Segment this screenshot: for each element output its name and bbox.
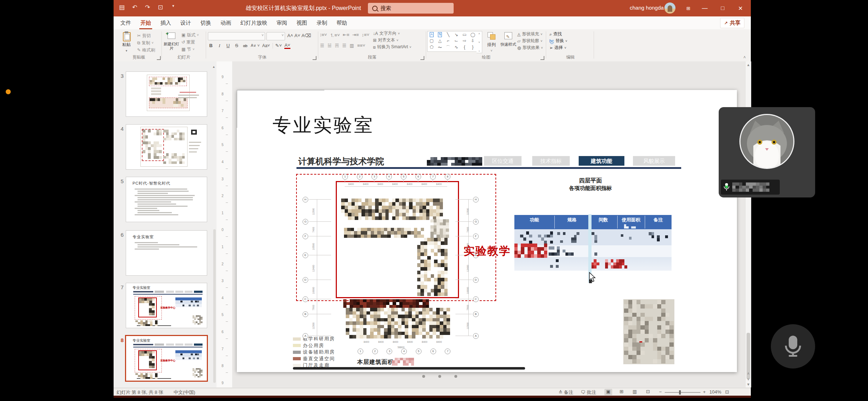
ribbon-tab-幻灯片放映[interactable]: 幻灯片放映 [236,16,272,29]
ribbon-tab-帮助[interactable]: 帮助 [332,16,352,29]
align-left-icon[interactable]: ☰ [320,43,324,48]
cut-button[interactable]: ✂剪切 [137,32,155,39]
drawing-dialog-launcher[interactable] [540,56,544,60]
ribbon-tab-录制[interactable]: 录制 [312,16,332,29]
select-button[interactable]: ➢选择˅ [549,44,567,51]
slide-thumbnail-3[interactable] [126,71,207,117]
zoom-level[interactable]: 104% [709,389,721,395]
notes-toggle[interactable]: ≙ 备注 [559,389,573,396]
thumbs-scrollbar[interactable] [213,229,216,383]
ribbon-tab-插入[interactable]: 插入 [156,16,176,29]
slideshow-view-button[interactable]: ⊡ [644,389,652,395]
replace-button[interactable]: b͜c替换˅ [549,37,567,44]
strikethrough-button[interactable]: S [234,42,240,49]
format-painter-button[interactable]: ✎格式刷 [137,46,155,54]
slideshow-icon[interactable]: ⊡ [156,4,164,11]
close-button[interactable]: ✕ [732,0,749,16]
reset-button[interactable]: ↺重置 [181,39,199,46]
paragraph-dialog-launcher[interactable] [420,56,424,60]
ribbon-display-options-icon[interactable]: ⊞ [680,0,697,16]
save-icon[interactable]: ▤ [118,4,126,11]
italic-button[interactable]: I [216,42,223,49]
clear-format-button[interactable]: A⌫ [301,32,311,39]
previous-slide-icon[interactable]: ∧ [745,371,751,375]
account-avatar[interactable] [664,2,675,14]
fit-slide-icon[interactable]: ⊡ [725,389,729,395]
slide-thumbnail-4[interactable] [126,124,207,170]
minimize-button[interactable]: — [697,0,713,16]
search-input[interactable]: 搜索 [368,3,454,14]
thumbs-scroll-up-icon[interactable]: ▲ [212,65,215,69]
section-button[interactable]: ▦节˅ [181,46,199,53]
zoom-slider-thumb[interactable] [679,390,681,395]
zoom-in-button[interactable]: + [703,389,706,395]
language-indicator[interactable]: 中文(中国) [174,389,195,396]
slide-canvas[interactable]: 专业实验室 计算机科学与技术学院 实验教学 四层平面 各项功能面积指标 功能规格… [237,90,737,372]
distribute-icon[interactable]: ≡≡˅ [357,43,365,48]
char-spacing-button[interactable]: A∨ ˅ [251,42,260,49]
align-center-icon[interactable]: ☱ [328,43,332,48]
reading-view-button[interactable]: ▥ [631,389,639,395]
font-name-combo[interactable] [208,32,265,40]
new-slide-button[interactable]: + 新建幻灯片 [163,29,180,50]
slide-thumbnail-6[interactable]: 专业实验室 [126,230,207,276]
normal-view-button[interactable]: ▣ [604,389,612,395]
copy-button[interactable]: ⧉复制˅ [137,39,155,46]
grow-font-button[interactable]: A˄ [287,32,293,39]
slide-thumbnail-8[interactable]: 专业实验室实验教学中心 [125,335,208,382]
change-case-button[interactable]: Aa˅ [262,42,270,49]
font-dialog-launcher[interactable] [313,56,316,60]
layout-button[interactable]: ▣版式˅ [181,31,199,39]
ribbon-tab-视图[interactable]: 视图 [292,16,312,29]
slide-sorter-view-button[interactable]: ⊞ [618,389,625,395]
find-button[interactable]: ⌕查找 [549,31,567,37]
decrease-indent-icon[interactable]: ⇤≡ [343,32,349,39]
scroll-down-icon[interactable]: ▼ [745,382,751,386]
line-spacing-icon[interactable]: ↕≡˅ [361,32,369,39]
underline-button[interactable]: U [225,42,231,49]
highlight-pen-icon[interactable]: ✎˅ [275,42,282,49]
ribbon-tab-审阅[interactable]: 审阅 [272,16,292,29]
microphone-button[interactable] [771,324,815,369]
font-size-combo[interactable] [266,32,285,40]
justify-icon[interactable]: ☰ [342,43,346,48]
shape-outline-button[interactable]: ▱形状轮廓˅ [517,37,543,44]
ribbon-tab-切换[interactable]: 切换 [196,16,216,29]
ribbon-tab-开始[interactable]: 开始 [136,16,156,29]
share-button[interactable]: ↗ 共享 [720,18,744,28]
align-text-button[interactable]: ⊞对齐文本˅ [373,37,411,44]
shape-fill-button[interactable]: ◬形状填充˅ [517,31,543,37]
account-name[interactable]: chang hongda [630,5,664,11]
paste-button[interactable]: 粘贴▾ [117,29,136,52]
comments-toggle[interactable]: 🗨 批注 [581,389,596,396]
zoom-slider-track[interactable] [665,392,700,393]
collapse-ribbon-icon[interactable]: ˄ [743,55,746,60]
shadow-button[interactable]: ab [242,42,248,49]
zoom-out-button[interactable]: − [659,389,662,395]
smartart-button[interactable]: ⧈转换为 SmartArt˅ [373,44,411,50]
shapes-scrollbar[interactable]: ˄˅⌄ [477,31,482,53]
align-right-icon[interactable]: ☴ [335,43,339,48]
shrink-font-button[interactable]: A˅ [294,32,300,39]
qat-customize-icon[interactable]: ▾ [169,4,177,11]
scroll-up-icon[interactable]: ▲ [745,63,751,67]
redo-icon[interactable]: ↷ [144,4,151,11]
numbering-icon[interactable]: ⒈≡˅ [330,32,340,39]
quick-styles-button[interactable]: ✎ 快速样式 [500,29,517,47]
arrange-button[interactable]: 排列˅ [484,29,499,52]
clipboard-dialog-launcher[interactable] [157,56,161,60]
bold-button[interactable]: B [208,42,214,49]
ribbon-tab-动画[interactable]: 动画 [216,16,236,29]
ribbon-tab-文件[interactable]: 文件 [116,16,136,29]
next-slide-icon[interactable]: ∨ [745,377,751,381]
maximize-button[interactable]: □ [714,0,731,16]
video-call-tile[interactable] [719,107,815,197]
columns-icon[interactable]: ▥ [350,43,354,48]
undo-icon[interactable]: ↶ [131,4,139,11]
shape-effects-button[interactable]: ◍形状效果˅ [517,44,543,51]
font-color-button[interactable]: A˅ [284,42,290,49]
slide-thumbnail-5[interactable]: PC时代-智慧化时代 [126,177,207,222]
shapes-gallery[interactable]: A ⇅ ╲↘ ▭◯ ▢△ ⌐⌙ ⇨⇩ ⬠〜 ⌒∿ {} [427,31,477,52]
slide-thumbnail-7[interactable]: 专业实验室实验教学中心 [126,283,207,328]
bullets-icon[interactable]: ⁝≡˅ [320,32,327,39]
